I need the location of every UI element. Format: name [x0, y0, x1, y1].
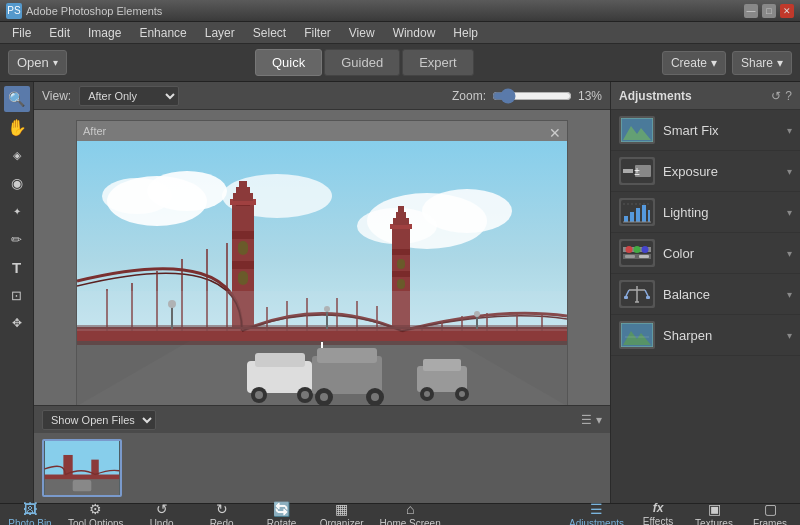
- film-strip-bar: Show Open Files Show All ☰ ▾: [34, 405, 610, 433]
- film-strip-dropdown-icon[interactable]: ▾: [596, 413, 602, 427]
- redo-tool[interactable]: ↻ Redo: [200, 501, 244, 526]
- create-button[interactable]: Create ▾: [662, 51, 726, 75]
- tab-expert[interactable]: Expert: [402, 49, 474, 76]
- title-bar-left: PS Adobe Photoshop Elements: [6, 3, 162, 19]
- share-label: Share: [741, 56, 773, 70]
- svg-rect-97: [648, 210, 650, 222]
- app-icon: PS: [6, 3, 22, 19]
- tool-options-label: Tool Options: [68, 518, 124, 526]
- adj-smart-fix[interactable]: Smart Fix ▾: [611, 110, 800, 151]
- film-strip-menu-icon[interactable]: ☰: [581, 413, 592, 427]
- crop-tool[interactable]: ⊡: [4, 282, 30, 308]
- adj-lighting[interactable]: Lighting ▾: [611, 192, 800, 233]
- quick-select-tool[interactable]: ◈: [4, 142, 30, 168]
- svg-point-105: [642, 246, 649, 253]
- home-screen-icon: ⌂: [406, 501, 414, 517]
- hand-tool[interactable]: ✋: [4, 114, 30, 140]
- share-button[interactable]: Share ▾: [732, 51, 792, 75]
- svg-rect-23: [238, 271, 248, 285]
- rotate-label: Rotate: [267, 518, 296, 526]
- adj-exposure[interactable]: ± Exposure ▾: [611, 151, 800, 192]
- brush-tool[interactable]: ✏: [4, 226, 30, 252]
- organizer-label: Organizer: [320, 518, 364, 526]
- svg-point-57: [301, 391, 309, 399]
- undo-tool[interactable]: ↺ Undo: [140, 501, 184, 526]
- menu-edit[interactable]: Edit: [41, 24, 78, 42]
- undo-icon: ↺: [156, 501, 168, 517]
- adjustments-help-icon[interactable]: ?: [785, 89, 792, 103]
- menu-filter[interactable]: Filter: [296, 24, 339, 42]
- minimize-button[interactable]: —: [744, 4, 758, 18]
- adjustments-reset-icon[interactable]: ↺: [771, 89, 781, 103]
- adj-balance[interactable]: Balance ▾: [611, 274, 800, 315]
- menu-help[interactable]: Help: [445, 24, 486, 42]
- menu-layer[interactable]: Layer: [197, 24, 243, 42]
- canvas-close-button[interactable]: ✕: [549, 125, 561, 141]
- rotate-tool[interactable]: 🔄 Rotate: [260, 501, 304, 526]
- svg-rect-107: [639, 255, 649, 258]
- photo-bin-tool[interactable]: 🖼 Photo Bin: [8, 501, 52, 526]
- red-eye-tool[interactable]: ◉: [4, 170, 30, 196]
- create-dropdown-icon: ▾: [711, 56, 717, 70]
- menu-window[interactable]: Window: [385, 24, 444, 42]
- open-button[interactable]: Open ▾: [8, 50, 67, 75]
- svg-rect-94: [630, 212, 634, 222]
- svg-rect-29: [393, 218, 409, 225]
- lighting-arrow: ▾: [787, 207, 792, 218]
- svg-rect-31: [398, 206, 404, 213]
- svg-rect-114: [646, 296, 650, 299]
- frames-label: Frames: [753, 518, 787, 526]
- textures-icon: ▣: [708, 501, 721, 517]
- svg-rect-21: [239, 181, 247, 189]
- svg-point-55: [255, 391, 263, 399]
- textures-tool[interactable]: ▣ Textures: [692, 501, 736, 526]
- menu-file[interactable]: File: [4, 24, 39, 42]
- svg-rect-89: [623, 169, 633, 173]
- tab-guided[interactable]: Guided: [324, 49, 400, 76]
- home-screen-label: Home Screen: [380, 518, 441, 526]
- film-strip-select[interactable]: Show Open Files Show All: [42, 410, 156, 430]
- menu-select[interactable]: Select: [245, 24, 294, 42]
- lighting-icon: [619, 198, 655, 226]
- svg-point-3: [102, 178, 172, 214]
- right-toolbar: Create ▾ Share ▾: [662, 51, 792, 75]
- main-content: 🔍 ✋ ◈ ◉ ✦ ✏ T ⊡ ✥ View: After Only Befor…: [0, 82, 800, 503]
- open-dropdown-arrow[interactable]: ▾: [53, 57, 58, 68]
- adjustments-bottom-label: Adjustments: [569, 518, 624, 526]
- frames-tool[interactable]: ▢ Frames: [748, 501, 792, 526]
- svg-point-63: [371, 393, 379, 401]
- tool-options-tool[interactable]: ⚙ Tool Options: [68, 501, 124, 526]
- effects-tool[interactable]: fx Effects: [636, 501, 680, 526]
- menu-view[interactable]: View: [341, 24, 383, 42]
- svg-rect-53: [255, 353, 305, 367]
- menu-image[interactable]: Image: [80, 24, 129, 42]
- move-tool[interactable]: ✥: [4, 310, 30, 336]
- share-dropdown-icon: ▾: [777, 56, 783, 70]
- sharpen-label: Sharpen: [663, 328, 779, 343]
- home-screen-tool[interactable]: ⌂ Home Screen: [380, 501, 441, 526]
- close-button[interactable]: ✕: [780, 4, 794, 18]
- zoom-slider[interactable]: [492, 88, 572, 104]
- effects-label: Effects: [643, 516, 673, 526]
- film-thumb-1[interactable]: [42, 439, 122, 497]
- exposure-icon: ±: [619, 157, 655, 185]
- main-toolbar: Open ▾ Quick Guided Expert Create ▾ Shar…: [0, 44, 800, 82]
- text-tool[interactable]: T: [4, 254, 30, 280]
- adjustments-bottom-tool[interactable]: ☰ Adjustments: [569, 501, 624, 526]
- adj-sharpen[interactable]: Sharpen ▾: [611, 315, 800, 356]
- organizer-tool[interactable]: ▦ Organizer: [320, 501, 364, 526]
- adj-color[interactable]: Color ▾: [611, 233, 800, 274]
- zoom-value: 13%: [578, 89, 602, 103]
- smart-fix-label: Smart Fix: [663, 123, 779, 138]
- whiten-tool[interactable]: ✦: [4, 198, 30, 224]
- window-controls: — □ ✕: [744, 4, 794, 18]
- view-select[interactable]: After Only Before Only Before & After: [79, 86, 179, 106]
- undo-label: Undo: [150, 518, 174, 526]
- tab-quick[interactable]: Quick: [255, 49, 322, 76]
- zoom-tool[interactable]: 🔍: [4, 86, 30, 112]
- maximize-button[interactable]: □: [762, 4, 776, 18]
- title-bar: PS Adobe Photoshop Elements — □ ✕: [0, 0, 800, 22]
- svg-point-69: [459, 391, 465, 397]
- sharpen-arrow: ▾: [787, 330, 792, 341]
- menu-enhance[interactable]: Enhance: [131, 24, 194, 42]
